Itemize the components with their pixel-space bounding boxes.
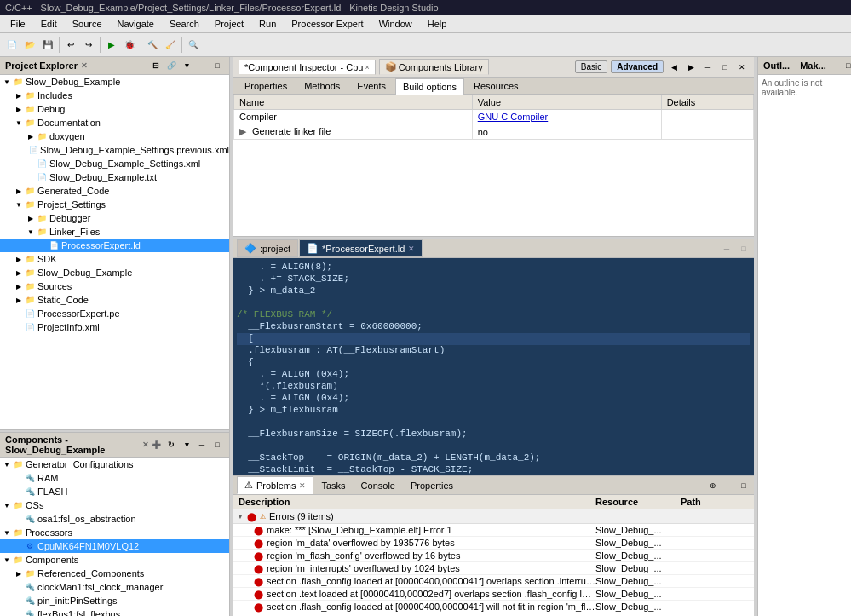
menu-file[interactable]: File (3, 17, 32, 31)
editor-tab-project[interactable]: 🔷 :project (237, 239, 298, 257)
comp-tree-item-processors[interactable]: ▼📁Processors (0, 526, 229, 539)
tree-item-sds_xml[interactable]: 📄Slow_Debug_Example_Settings.xml (0, 157, 229, 170)
pe-link-btn[interactable]: 🔗 (164, 59, 178, 72)
comp-refresh-btn[interactable]: ↻ (164, 438, 178, 452)
tb-debug[interactable]: 🐞 (121, 37, 138, 54)
prop-row-compiler[interactable]: Compiler GNU C Compiler (234, 110, 754, 124)
tb-search[interactable]: 🔍 (185, 37, 202, 54)
tb-redo[interactable]: ↪ (80, 37, 97, 54)
menu-search[interactable]: Search (163, 17, 206, 31)
menu-processor-expert[interactable]: Processor Expert (285, 17, 370, 31)
inspector-nav-prev[interactable]: ◀ (667, 60, 681, 74)
inspector-max-btn[interactable]: □ (718, 60, 732, 74)
problems-close[interactable]: ✕ (299, 481, 306, 490)
comp-menu-btn[interactable]: ▾ (180, 438, 193, 452)
comp-tree-item-pin_init[interactable]: 🔩pin_init:PinSettings (0, 594, 229, 607)
tb-undo[interactable]: ↩ (62, 37, 79, 54)
editor-max-btn[interactable]: □ (737, 242, 750, 256)
components-library-tab[interactable]: 📦 Components Library (379, 59, 489, 75)
tree-item-sds_txt[interactable]: 📄Slow_Debug_Example.txt (0, 170, 229, 184)
components-close-icon[interactable]: ✕ (142, 440, 149, 449)
error-row-3[interactable]: ⬤region 'm_interrupts' overflowed by 102… (233, 562, 754, 575)
comp-tree-item-flash[interactable]: 🔩FLASH (0, 485, 229, 498)
tb-open[interactable]: 📂 (21, 37, 38, 54)
tab-properties[interactable]: Properties (403, 477, 461, 494)
tree-item-sources[interactable]: ▶📁Sources (0, 279, 229, 293)
inspector-tab[interactable]: *Component Inspector - Cpu × (239, 60, 376, 75)
comp-tree-item-ref_comp[interactable]: ▶📁Referenced_Components (0, 567, 229, 580)
menu-run[interactable]: Run (252, 17, 283, 31)
tree-item-processor_expert_ld[interactable]: 📄ProcessorExpert.ld (0, 239, 229, 252)
comp-tree-item-components[interactable]: ▼📁Components (0, 553, 229, 567)
tree-item-slow_debug[interactable]: ▼📁Slow_Debug_Example (0, 75, 229, 89)
tree-item-doxygen[interactable]: ▶📁doxygen (0, 130, 229, 143)
error-row-1[interactable]: ⬤region 'm_data' overflowed by 1935776 b… (233, 537, 754, 550)
comp-max-btn[interactable]: □ (210, 438, 224, 452)
tree-item-linker_files[interactable]: ▼📁Linker_Files (0, 225, 229, 239)
prop-row-linker[interactable]: ▶ Generate linker file no (234, 124, 754, 140)
comp-tree-item-gen_configs[interactable]: ▼📁Generator_Configurations (0, 458, 229, 471)
pe-menu-btn[interactable]: ▾ (180, 59, 193, 72)
menu-source[interactable]: Source (66, 17, 109, 31)
tb-save[interactable]: 💾 (39, 37, 56, 54)
basic-button[interactable]: Basic (575, 60, 607, 73)
comp-add-btn[interactable]: ➕ (149, 438, 163, 452)
menu-edit[interactable]: Edit (34, 17, 64, 31)
comp-tree-item-ram[interactable]: 🔩RAM (0, 471, 229, 485)
editor-tab-processorexpert[interactable]: 📄 *ProcessorExpert.ld ✕ (299, 239, 423, 257)
problems-min-btn[interactable]: ─ (722, 479, 735, 492)
tree-item-generated_code[interactable]: ▶📁Generated_Code (0, 184, 229, 198)
menu-window[interactable]: Window (372, 17, 419, 31)
tree-item-includes[interactable]: ▶📁Includes (0, 89, 229, 102)
tree-item-debug[interactable]: ▶📁Debug (0, 102, 229, 116)
comp-tree-item-flexbus[interactable]: 🔩flexBus1:fsl_flexbus (0, 607, 229, 616)
pe-min-btn[interactable]: ─ (195, 59, 209, 72)
error-row-4[interactable]: ⬤section .flash_config loaded at [000004… (233, 575, 754, 588)
inspector-min-btn[interactable]: ─ (701, 60, 715, 74)
error-row-2[interactable]: ⬤region 'm_flash_config' overflowed by 1… (233, 550, 754, 562)
advanced-button[interactable]: Advanced (611, 60, 664, 73)
tab-tasks[interactable]: Tasks (313, 477, 353, 494)
tree-item-sdk[interactable]: ▶📁SDK (0, 252, 229, 266)
tree-item-documentation[interactable]: ▼📁Documentation (0, 116, 229, 130)
tb-clean[interactable]: 🧹 (162, 37, 179, 54)
inspector-nav-next[interactable]: ▶ (684, 60, 698, 74)
tree-item-processor_expert_pe[interactable]: 📄ProcessorExpert.pe (0, 307, 229, 320)
tab-build-options[interactable]: Build options (395, 78, 464, 95)
pe-max-btn[interactable]: □ (210, 59, 224, 72)
tab-console[interactable]: Console (354, 477, 403, 494)
editor-tab-pe-close[interactable]: ✕ (408, 245, 415, 253)
tab-properties[interactable]: Properties (237, 78, 295, 94)
tab-methods[interactable]: Methods (296, 78, 348, 94)
tree-item-debugger[interactable]: ▶📁Debugger (0, 211, 229, 225)
inspector-tab-close[interactable]: × (365, 63, 369, 72)
outline-max-btn[interactable]: □ (842, 59, 851, 72)
tree-item-slow_debug_2[interactable]: ▶📁Slow_Debug_Example (0, 266, 229, 279)
tree-item-sds_prev[interactable]: 📄Slow_Debug_Example_Settings.previous.xm… (0, 143, 229, 157)
menu-help[interactable]: Help (421, 17, 454, 31)
menu-project[interactable]: Project (208, 17, 250, 31)
tab-resources[interactable]: Resources (466, 78, 526, 94)
project-explorer-close-icon[interactable]: ✕ (81, 61, 88, 70)
editor-content[interactable]: . = ALIGN(8); . += STACK_SIZE; } > m_dat… (233, 258, 754, 475)
problems-max-btn[interactable]: □ (737, 479, 750, 492)
errors-group[interactable]: ▼ ⬤ ⚠ Errors (9 items) (233, 509, 754, 524)
comp-tree-item-osa1[interactable]: 🔩osa1:fsl_os_abstraction (0, 512, 229, 526)
tb-build[interactable]: 🔨 (144, 37, 161, 54)
tree-item-static_code[interactable]: ▶📁Static_Code (0, 293, 229, 307)
outline-min-btn[interactable]: ─ (826, 59, 840, 72)
tab-problems[interactable]: ⚠ Problems ✕ (237, 476, 313, 494)
error-row-5[interactable]: ⬤section .text loaded at [00000410,00002… (233, 588, 754, 601)
problems-expand-btn[interactable]: ⊕ (706, 479, 720, 492)
tab-events[interactable]: Events (349, 78, 394, 94)
inspector-close-btn[interactable]: ✕ (735, 60, 749, 74)
comp-tree-item-oss[interactable]: ▼📁OSs (0, 498, 229, 512)
editor-min-btn[interactable]: ─ (720, 242, 733, 256)
menu-navigate[interactable]: Navigate (111, 17, 161, 31)
pe-collapse-btn[interactable]: ⊟ (149, 59, 163, 72)
tb-run[interactable]: ▶ (103, 37, 120, 54)
tb-new[interactable]: 📄 (3, 37, 20, 54)
error-row-6[interactable]: ⬤section .flash_config loaded at [000004… (233, 601, 754, 613)
prop-value-compiler[interactable]: GNU C Compiler (472, 110, 661, 124)
comp-min-btn[interactable]: ─ (195, 438, 209, 452)
